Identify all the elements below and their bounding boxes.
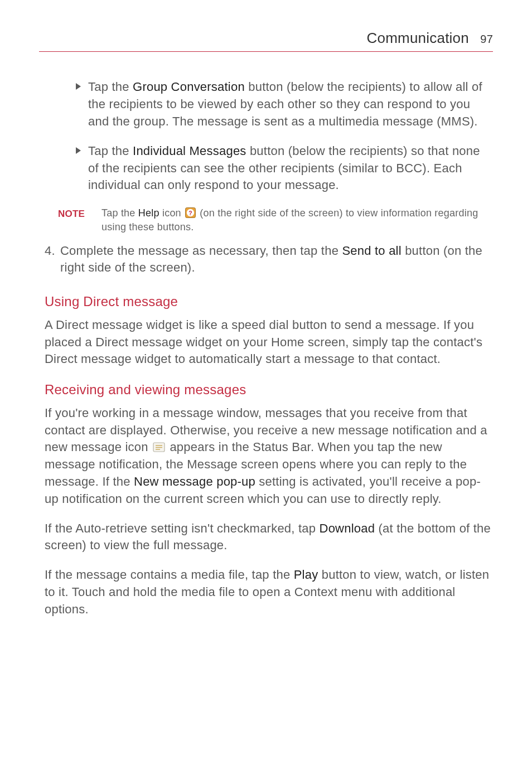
bold-text: Download (320, 521, 375, 535)
triangle-bullet-icon (76, 147, 88, 194)
heading-receiving: Receiving and viewing messages (45, 380, 491, 399)
bold-text: Individual Messages (133, 144, 246, 158)
note-block: NOTE Tap the Help icon ? (on the right s… (45, 206, 491, 234)
svg-text:?: ? (188, 210, 192, 216)
note-label: NOTE (58, 206, 101, 234)
paragraph-direct-message: A Direct message widget is like a speed … (45, 317, 491, 368)
page-number: 97 (480, 33, 493, 45)
text: icon (159, 207, 184, 219)
paragraph-receiving-2: If the Auto-retrieve setting isn't check… (45, 520, 491, 555)
text: If the message contains a media file, ta… (45, 568, 294, 582)
bullet-text: Tap the Individual Messages button (belo… (88, 143, 491, 194)
bullet-text: Tap the Group Conversation button (below… (88, 79, 491, 130)
bold-text: Play (294, 568, 318, 582)
text: Complete the message as necessary, then … (60, 244, 342, 258)
paragraph-receiving-3: If the message contains a media file, ta… (45, 567, 491, 618)
step-4: 4. Complete the message as necessary, th… (45, 243, 491, 277)
text: Tap the (88, 144, 133, 158)
step-text: Complete the message as necessary, then … (60, 243, 491, 277)
text: Tap the (88, 80, 133, 94)
section-title: Communication (366, 30, 469, 46)
svg-marker-0 (76, 83, 81, 90)
bold-text: Group Conversation (133, 80, 245, 94)
text: If the Auto-retrieve setting isn't check… (45, 521, 320, 535)
triangle-bullet-icon (76, 83, 88, 130)
heading-direct-message: Using Direct message (45, 292, 491, 311)
page-header: Communication 97 (39, 28, 493, 52)
bullet-group-conversation: Tap the Group Conversation button (below… (45, 79, 491, 130)
note-text: Tap the Help icon ? (on the right side o… (101, 206, 491, 234)
bold-text: Help (138, 207, 159, 219)
message-icon (153, 441, 165, 452)
bold-text: Send to all (342, 244, 401, 258)
text: Tap the (101, 207, 138, 219)
bold-text: New message pop-up (134, 475, 255, 488)
page-content: Tap the Group Conversation button (below… (39, 79, 493, 618)
step-number: 4. (45, 243, 60, 277)
paragraph-receiving-1: If you're working in a message window, m… (45, 405, 491, 508)
svg-marker-1 (76, 147, 81, 154)
bullet-individual-messages: Tap the Individual Messages button (belo… (45, 143, 491, 194)
help-icon: ? (185, 207, 196, 218)
